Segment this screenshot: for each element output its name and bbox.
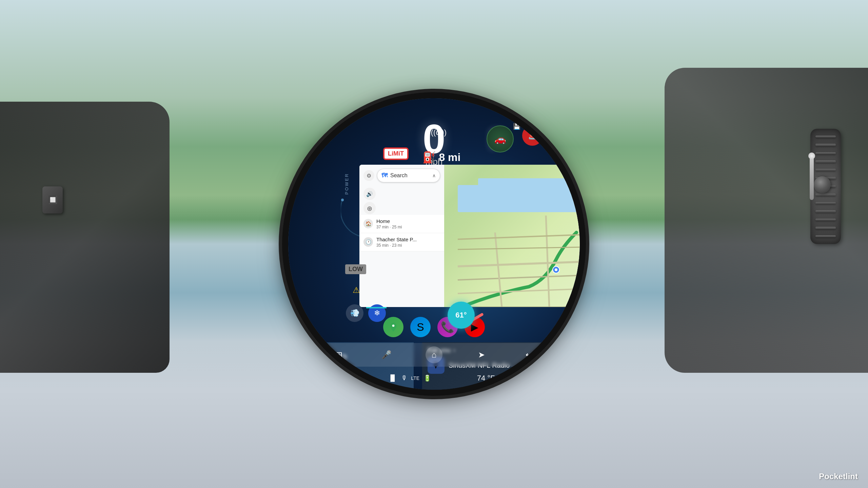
vent-knob[interactable] [814,176,831,193]
chevron-up-icon[interactable]: ∧ [432,173,436,178]
vent-slat [815,160,836,162]
for-you-pagination [568,349,574,352]
antenna-top [808,152,815,159]
home-nav-button[interactable]: ⌂ [426,346,442,363]
dot-2 [572,349,574,352]
fuel-gauge-icon: ⛽ [422,151,436,164]
grid-nav-button[interactable]: ⊞ [331,346,348,363]
connectivity-icons: ((ω)) [431,128,447,137]
sd-card-icon: 💾 [513,123,520,130]
maps-left-panel: ⚙ 🗺 Search ∧ 🔊 ◎ 🏠 [359,165,444,307]
google-maps-icon: 🗺 [381,172,388,179]
volume-button[interactable]: 🔊 [363,188,376,200]
back-nav-button[interactable]: ↩ [520,346,537,363]
status-time: 1:07 pm [315,374,342,383]
svg-line-8 [563,300,580,307]
svg-point-14 [392,325,395,327]
maps-icon [388,322,399,332]
home-suggestion-icon: 🏠 [363,219,373,228]
warning-icons-area: ⚠ [353,285,360,295]
fan-icon-button[interactable]: 💨 [346,304,363,322]
watermark-brand-bold: lint [846,472,858,481]
battery-icon: 🔋 [423,374,431,382]
status-right-area: ▐▌ 🎙 LTE 🔋 [388,374,431,382]
vent-slat [815,136,836,138]
vent-slat [815,202,836,204]
dashboard-switch[interactable]: 🔲 [42,186,63,214]
vent-slat [815,169,836,171]
maps-recenter-area[interactable]: ◎ [359,201,444,215]
car-status-area: 🚗 [487,125,514,152]
pocketlint-watermark: Pocketlint [819,472,858,481]
vent-slat [815,144,836,146]
distance-value: 8 mi [439,151,460,164]
vent-slat [815,219,836,221]
ambient-temp-display: 74 °F [477,374,495,383]
mic-nav-button[interactable]: 🎤 [378,346,395,363]
android-auto-screen[interactable]: NY-7 W Google + − ⚙ 🗺 Search ∧ [359,165,580,307]
thacher-suggestion-info: Thacher State P... 35 min · 23 mi [376,237,440,248]
search-text[interactable]: Search [390,172,408,179]
status-bar: 1:07 pm ▐▌ 🎙 LTE 🔋 74 °F 👤 [315,372,553,384]
lte-badge: LTE [411,375,420,381]
home-suggestion-detail: 37 min · 25 mi [376,225,440,229]
vent-slat [815,227,836,229]
navigation-bar: ⊞ 🎤 ⌂ ➤ ↩ [315,343,553,367]
circular-infotainment-display: 0 mph ((ω)) P LiMiT POWER FUEL ⛽ 8 mi 🚗 [288,98,580,390]
svg-line-10 [458,232,580,239]
weather-icon: ☁️ [295,357,315,375]
temperature-gauge: 61° [448,302,475,329]
temperature-value: 61° [448,302,475,329]
direction-nav-button[interactable]: ➤ [473,346,490,363]
warning-triangle-icon: ⚠ [353,285,360,295]
svg-line-3 [458,273,580,280]
dot-1 [568,349,570,352]
switch-body: 🔲 [42,186,63,214]
distance-display: ⛽ 8 mi [422,151,460,164]
seatbelt-warning-icon: 🚨 [522,125,542,146]
svg-line-5 [546,216,549,307]
mic-status-icon: 🎙 [401,374,407,382]
recenter-button[interactable]: ◎ [363,202,376,214]
vent-slat [815,235,836,237]
vent-slat [815,210,836,212]
vent-slat [815,194,836,196]
svg-point-15 [341,199,344,201]
low-badge: LOW [345,264,366,274]
user-profile-icon: 👤 [541,372,553,384]
teal-accent-line [366,307,387,308]
watermark-brand: Pocket [819,472,846,481]
maps-volume-area[interactable]: 🔊 [359,186,444,201]
svg-line-2 [458,260,580,266]
wifi-icon: ((ω)) [431,128,447,137]
power-label: POWER [344,173,349,195]
svg-point-13 [555,268,557,271]
thacher-suggestion-icon: 🕐 [363,237,373,247]
thacher-suggestion-detail: 35 min · 23 mi [376,243,440,248]
display-inner: 0 mph ((ω)) P LiMiT POWER FUEL ⛽ 8 mi 🚗 [288,98,580,390]
suggestion-home[interactable]: 🏠 Home 37 min · 25 mi [359,215,444,233]
car-icon: 🚗 [494,134,506,145]
skype-app-button[interactable]: S [410,317,431,337]
maps-search-bar[interactable]: 🗺 Search ∧ [377,169,440,182]
google-maps-app-button[interactable] [383,317,403,337]
home-suggestion-info: Home 37 min · 25 mi [376,218,440,229]
dashboard-left-panel [0,102,170,373]
signal-bars-icon: ▐▌ [388,374,397,382]
speed-limit-badge: LiMiT [383,147,409,160]
maps-settings-button[interactable]: ⚙ [363,170,374,181]
vent-slat [815,152,836,154]
suggestion-thacher[interactable]: 🕐 Thacher State P... 35 min · 23 mi [359,233,444,251]
home-suggestion-name: Home [376,218,440,224]
svg-rect-1 [478,178,580,195]
antenna [810,156,814,200]
thacher-suggestion-name: Thacher State P... [376,237,440,242]
car-icon-circle: 🚗 [487,125,514,152]
maps-header[interactable]: ⚙ 🗺 Search ∧ [359,165,444,186]
